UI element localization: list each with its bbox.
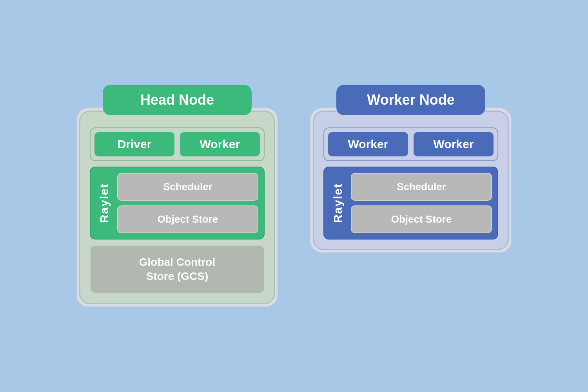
head-raylet-section: Raylet Scheduler Object Store	[90, 167, 265, 240]
worker-raylet-section: Raylet Scheduler Object Store	[323, 167, 498, 240]
worker-scheduler-box: Scheduler	[351, 173, 492, 201]
head-raylet-label: Raylet	[96, 179, 113, 227]
gcs-box: Global ControlStore (GCS)	[90, 245, 265, 294]
head-worker-box: Worker	[180, 132, 260, 156]
head-scheduler-box: Scheduler	[117, 173, 258, 201]
worker-node-badge: Worker Node	[336, 85, 485, 115]
worker1-box: Worker	[328, 132, 408, 156]
head-node-badge: Head Node	[103, 85, 252, 115]
worker-node-workers-row: Worker Worker	[323, 127, 498, 161]
head-node-wrapper: Head Node Driver Worker Raylet Scheduler…	[76, 85, 278, 308]
driver-box: Driver	[94, 132, 174, 156]
worker-raylet-label: Raylet	[330, 179, 346, 227]
head-node-workers-row: Driver Worker	[90, 127, 265, 161]
worker-object-store-box: Object Store	[351, 205, 492, 233]
diagram-container: Head Node Driver Worker Raylet Scheduler…	[76, 85, 512, 308]
head-object-store-box: Object Store	[117, 205, 258, 233]
head-raylet-components: Scheduler Object Store	[117, 173, 258, 233]
head-node-container: Driver Worker Raylet Scheduler Object St…	[79, 111, 275, 305]
worker-node-outer-wrap: Worker Worker Raylet Scheduler Object St…	[310, 107, 512, 253]
worker2-box: Worker	[414, 132, 494, 156]
head-node-outer-wrap: Driver Worker Raylet Scheduler Object St…	[76, 107, 278, 308]
worker-node-container: Worker Worker Raylet Scheduler Object St…	[313, 111, 509, 250]
gcs-label: Global ControlStore (GCS)	[139, 256, 215, 282]
worker-raylet-components: Scheduler Object Store	[351, 173, 492, 233]
worker-node-wrapper: Worker Node Worker Worker Raylet Schedul…	[310, 85, 512, 253]
